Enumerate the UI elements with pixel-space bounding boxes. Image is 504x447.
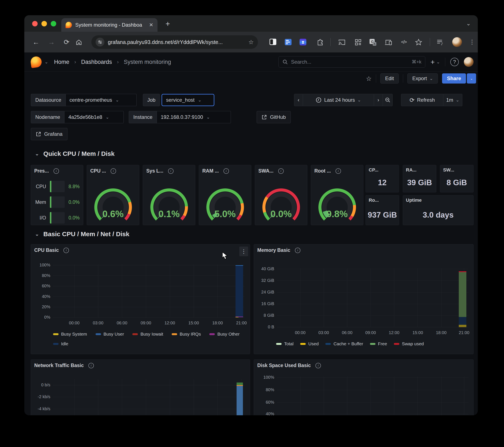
tab-close-icon[interactable]: ✕: [149, 22, 153, 28]
info-icon[interactable]: i: [168, 168, 174, 174]
address-bar[interactable]: grafana.paulryu93.ddns.net/d/rYdddlPWk/s…: [91, 35, 258, 49]
info-icon[interactable]: i: [278, 168, 284, 174]
legend-item[interactable]: Swap used: [394, 341, 424, 346]
refresh-button[interactable]: ⟳Refresh: [401, 94, 443, 106]
new-tab-button[interactable]: +: [165, 21, 170, 27]
datasource-variable[interactable]: Datasource centre-prometheus⌄: [31, 94, 137, 106]
panel-stat-cpu-cores[interactable]: CP... 12: [365, 165, 399, 192]
legend-item[interactable]: Busy System: [53, 332, 87, 337]
grafana-link-button[interactable]: Grafana: [31, 128, 68, 140]
breadcrumb-dashboards[interactable]: Dashboards: [81, 59, 112, 65]
hourglass-extension-icon[interactable]: ⧗: [300, 39, 306, 45]
sidebar-extension-icon[interactable]: [270, 39, 276, 45]
list-extension-icon[interactable]: [285, 39, 291, 45]
url-text[interactable]: grafana.paulryu93.ddns.net/d/rYdddlPWk/s…: [108, 39, 245, 45]
panel-gauge-rootfs[interactable]: Root ...i 9.8%: [311, 165, 363, 225]
info-icon[interactable]: i: [223, 168, 229, 174]
favorite-star-icon[interactable]: ☆: [366, 75, 372, 82]
time-range-picker[interactable]: Last 24 hours ⌄: [303, 94, 374, 106]
media-playlist-icon[interactable]: ♪: [436, 39, 444, 46]
org-switcher-chevron-icon[interactable]: ⌄: [45, 59, 48, 65]
panel-cpu-basic[interactable]: CPU Basici ⋮ 100% 80% 60% 40% 20% 0% 00:…: [31, 244, 250, 354]
info-icon[interactable]: i: [315, 363, 321, 368]
legend-item[interactable]: Idle: [53, 341, 68, 346]
search-shortcut: ⌘+k: [412, 59, 422, 65]
forward-icon[interactable]: →: [48, 39, 55, 45]
section-collapse-chevron-icon[interactable]: ⌄: [35, 231, 39, 237]
edit-button[interactable]: Edit: [380, 73, 399, 84]
info-icon[interactable]: i: [88, 363, 94, 368]
browser-profile-avatar[interactable]: [452, 37, 462, 47]
bookmark-star-icon[interactable]: ☆: [248, 39, 254, 46]
legend-item[interactable]: Cache + Buffer: [325, 341, 363, 346]
time-back-button[interactable]: ‹: [294, 94, 303, 106]
panel-gauge-swap[interactable]: SWA...i 0.0%: [255, 165, 307, 225]
legend-item[interactable]: Busy User: [96, 332, 124, 337]
zoom-out-button[interactable]: [383, 94, 393, 106]
export-button[interactable]: Export⌄: [407, 73, 438, 84]
minimize-window-button[interactable]: [41, 21, 47, 26]
panel-stat-rootfs-total[interactable]: Ro... 937 GiB: [365, 195, 399, 225]
browser-tab[interactable]: System monitoring - Dashboa ✕: [61, 18, 158, 32]
info-icon[interactable]: i: [336, 168, 341, 174]
job-variable[interactable]: Job service_host⌄: [143, 94, 215, 106]
legend-item[interactable]: Total: [276, 341, 293, 346]
grafana-profile-avatar[interactable]: [464, 57, 474, 67]
new-dashboard-button[interactable]: +⌄: [431, 58, 440, 66]
grafana-logo-icon[interactable]: [30, 56, 42, 68]
panel-stat-uptime[interactable]: Uptime 3.0 days: [403, 195, 474, 225]
legend-item[interactable]: Free: [370, 341, 387, 346]
legend-item[interactable]: Busy IRQs: [172, 332, 201, 337]
help-button[interactable]: ?: [450, 58, 459, 66]
browser-menu-kebab-icon[interactable]: ⋮: [469, 39, 475, 45]
cpu-idle-bar[interactable]: [235, 265, 243, 317]
translate-icon[interactable]: GA: [369, 38, 377, 46]
code-extension-icon[interactable]: </>: [401, 40, 407, 44]
panel-stat-ram-total[interactable]: RA... 39 GiB: [403, 165, 436, 192]
reading-list-star-icon[interactable]: [414, 38, 423, 46]
section-quick[interactable]: ⌄ Quick CPU / Mem / Disk: [35, 150, 115, 157]
zoom-window-button[interactable]: [51, 21, 56, 26]
qr-code-icon[interactable]: [355, 39, 362, 46]
share-button[interactable]: Share: [442, 73, 466, 84]
close-window-button[interactable]: [32, 21, 38, 26]
panel-pressure[interactable]: Pres...i CPU8.8% Mem0.0% I/O0.0%: [31, 165, 83, 225]
back-icon[interactable]: ←: [33, 39, 39, 45]
reload-icon[interactable]: ⟳: [64, 39, 70, 45]
refresh-interval-select[interactable]: 1m⌄: [443, 94, 462, 106]
devices-icon[interactable]: [385, 39, 392, 46]
home-icon[interactable]: [75, 39, 82, 46]
section-basic[interactable]: ⌄ Basic CPU / Mem / Net / Disk: [35, 231, 129, 238]
time-forward-button[interactable]: ›: [374, 94, 383, 106]
memory-stacked-bar[interactable]: [459, 271, 466, 327]
panel-gauge-cpu[interactable]: CPU ...i 0.6%: [87, 165, 139, 225]
panel-gauge-ram[interactable]: RAM ...i 5.0%: [199, 165, 251, 225]
extensions-puzzle-icon[interactable]: [317, 39, 324, 46]
info-icon[interactable]: i: [295, 248, 300, 253]
panel-disk-basic[interactable]: Disk Space Used Basici 100% 80% 60% 40%: [254, 359, 474, 415]
cast-icon[interactable]: [338, 39, 346, 46]
search-input[interactable]: Search... ⌘+k: [278, 56, 425, 68]
breadcrumb-home[interactable]: Home: [54, 59, 69, 65]
x-tick: 18:00: [432, 330, 450, 335]
info-icon[interactable]: i: [63, 248, 69, 253]
share-menu-chevron-icon[interactable]: ⌄: [467, 73, 476, 84]
instance-variable[interactable]: Instance 192.168.0.37:9100⌄: [129, 111, 231, 123]
info-icon[interactable]: i: [110, 168, 116, 174]
section-collapse-chevron-icon[interactable]: ⌄: [35, 151, 39, 157]
legend-item[interactable]: Busy Other: [209, 332, 239, 337]
github-link-button[interactable]: GitHub: [257, 111, 291, 123]
panel-stat-swap-total[interactable]: SW... 8 GiB: [440, 165, 474, 192]
gridlines-h: [53, 385, 244, 385]
panel-menu-kebab-icon[interactable]: ⋮: [239, 247, 248, 256]
nodename-variable[interactable]: Nodename 4a25de56b1e8⌄: [31, 111, 124, 123]
legend-item[interactable]: Busy Iowait: [132, 332, 163, 337]
panel-memory-basic[interactable]: Memory Basici 40 GiB 32 GiB 24 GiB 16 Gi…: [254, 244, 474, 354]
network-traffic-bar[interactable]: [236, 382, 243, 415]
panel-gauge-sysload[interactable]: Sys L...i 0.1%: [143, 165, 195, 225]
legend-item[interactable]: Used: [300, 341, 319, 346]
site-settings-icon[interactable]: [96, 38, 105, 47]
info-icon[interactable]: i: [54, 168, 59, 174]
tab-search-chevron-icon[interactable]: ⌄: [464, 19, 473, 28]
panel-network-basic[interactable]: Network Traffic Basici 0 b/s -2 kb/s -4 …: [31, 359, 250, 415]
